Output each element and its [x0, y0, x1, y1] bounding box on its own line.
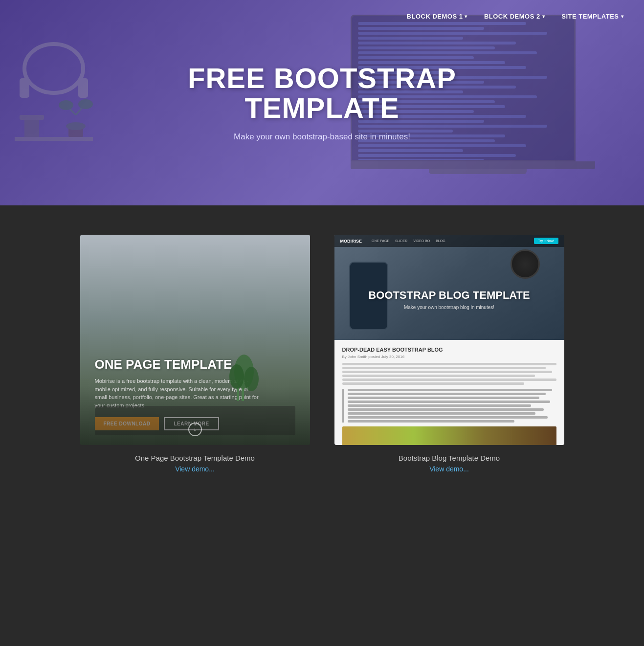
card2-nav-one-page[interactable]: ONE PAGE [372, 239, 389, 243]
blog-quote-line-6 [348, 408, 544, 411]
blog-quote-line-1 [348, 389, 552, 391]
blog-bottom-image [342, 426, 556, 445]
card2-view-demo-link[interactable]: View demo... [429, 465, 469, 473]
card1-view-demo-link[interactable]: View demo... [175, 465, 215, 473]
card2-navbar: MOBIRISE ONE PAGE SLIDER VIDEO BO BLOG T… [334, 235, 564, 247]
blog-quote-line-4 [348, 401, 550, 403]
hero-left-decoration [10, 29, 98, 176]
blog-quote-line-7 [348, 412, 535, 415]
svg-point-10 [59, 100, 73, 110]
nav-label-block-demos-2: BLOCK DEMOS 2 [484, 13, 540, 20]
card2-title: BOOTSTRAP BLOG TEMPLATE [368, 289, 530, 302]
blog-text-line-3 [342, 371, 552, 373]
blog-quote-line-9 [348, 420, 515, 423]
blog-text-line-2 [342, 367, 546, 369]
nav-item-block-demos-1[interactable]: BLOCK DEMOS 1 ▾ [401, 9, 473, 24]
svg-point-16 [244, 367, 259, 391]
svg-rect-5 [20, 115, 44, 120]
blog-text-line-5 [342, 379, 556, 381]
card2-nav-slider[interactable]: SLIDER [395, 239, 407, 243]
card2-bottom: DROP-DEAD EASY BOOTSTRAP BLOG By John Sm… [334, 340, 564, 445]
card-blog-template: MOBIRISE ONE PAGE SLIDER VIDEO BO BLOG T… [334, 235, 564, 473]
svg-point-0 [24, 44, 83, 93]
plant-decoration [227, 352, 261, 401]
chevron-down-icon-2: ▾ [542, 14, 545, 19]
navbar: BLOCK DEMOS 1 ▾ BLOCK DEMOS 2 ▾ SITE TEM… [386, 0, 644, 33]
card2-top: MOBIRISE ONE PAGE SLIDER VIDEO BO BLOG T… [334, 235, 564, 340]
blog-post-title: DROP-DEAD EASY BOOTSTRAP BLOG [342, 347, 556, 353]
chevron-down-icon-1: ▾ [465, 14, 467, 19]
blog-text-line-1 [342, 363, 556, 365]
nav-item-site-templates[interactable]: SITE TEMPLATES ▾ [555, 9, 629, 24]
cards-section: ONE PAGE TEMPLATE Mobirise is a free boo… [0, 205, 644, 512]
hero-content: FREE BOOTSTRAP TEMPLATE Make your own bo… [151, 64, 493, 142]
arrow-down-icon: ↓ [194, 426, 197, 433]
svg-rect-1 [20, 78, 29, 98]
card2-try-button[interactable]: Try it Now! [534, 238, 558, 244]
card2-nav-blog[interactable]: BLOG [436, 239, 445, 243]
blog-quote-line-5 [348, 404, 532, 407]
blog-quote-line-2 [348, 393, 546, 395]
card2-nav-logo: MOBIRISE [340, 239, 362, 244]
card1-label: One Page Bootstrap Template Demo [135, 454, 255, 462]
card2-subtitle: Make your own bootstrap blog in minutes! [368, 305, 530, 310]
blog-quote-line-8 [348, 416, 548, 419]
hero-subtitle: Make your own bootstrap-based site in mi… [161, 132, 484, 142]
nav-item-block-demos-2[interactable]: BLOCK DEMOS 2 ▾ [478, 9, 551, 24]
svg-point-15 [229, 364, 244, 389]
card-image-one-page[interactable]: ONE PAGE TEMPLATE Mobirise is a free boo… [80, 235, 310, 445]
card-image-blog[interactable]: MOBIRISE ONE PAGE SLIDER VIDEO BO BLOG T… [334, 235, 564, 445]
hero-title: FREE BOOTSTRAP TEMPLATE [161, 64, 484, 123]
blog-quote-line-3 [348, 397, 540, 399]
nav-label-block-demos-1: BLOCK DEMOS 1 [407, 13, 463, 20]
chevron-down-icon-3: ▾ [621, 14, 624, 19]
card-one-page-template: ONE PAGE TEMPLATE Mobirise is a free boo… [80, 235, 310, 473]
nav-label-site-templates: SITE TEMPLATES [561, 13, 619, 20]
laptop-stand [429, 169, 527, 174]
blog-post-meta: By John Smith posted July 30, 2016 [342, 355, 556, 359]
svg-point-11 [78, 99, 93, 109]
blog-text-line-6 [342, 382, 524, 385]
blog-quote-block [342, 389, 556, 423]
svg-rect-4 [24, 117, 39, 137]
svg-point-7 [66, 122, 86, 130]
svg-rect-2 [78, 78, 88, 98]
svg-rect-3 [15, 137, 93, 141]
blog-text-line-4 [342, 375, 535, 377]
card1-background: ONE PAGE TEMPLATE Mobirise is a free boo… [80, 235, 310, 445]
camera-decoration [511, 249, 540, 279]
card2-nav-video-bo[interactable]: VIDEO BO [413, 239, 430, 243]
card2-label: Bootstrap Blog Template Demo [399, 454, 500, 462]
laptop-base [351, 161, 595, 169]
scroll-down-arrow[interactable]: ↓ [188, 423, 202, 436]
card1-title: ONE PAGE TEMPLATE [95, 357, 295, 372]
card2-wrapper: MOBIRISE ONE PAGE SLIDER VIDEO BO BLOG T… [334, 235, 564, 445]
